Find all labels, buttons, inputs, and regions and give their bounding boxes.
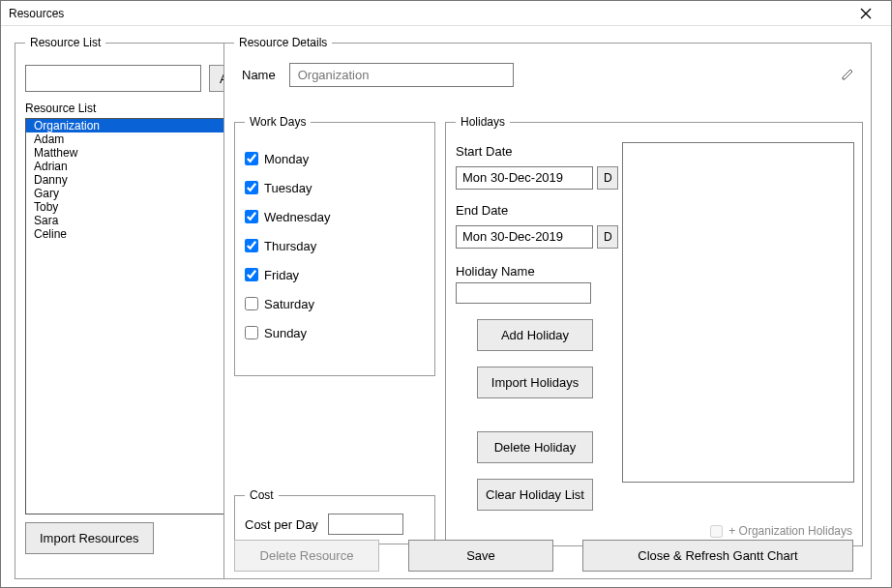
cost-per-day-label: Cost per Day xyxy=(245,517,318,532)
work-day-label: Monday xyxy=(264,152,309,166)
name-label: Name xyxy=(242,68,276,82)
work-day-row[interactable]: Friday xyxy=(245,260,425,289)
list-item[interactable]: Sara xyxy=(26,214,252,227)
holiday-name-label: Holiday Name xyxy=(456,264,618,279)
list-item[interactable]: Matthew xyxy=(26,146,252,160)
holiday-listbox[interactable] xyxy=(622,142,854,483)
work-day-label: Tuesday xyxy=(264,181,312,195)
list-item[interactable]: Gary xyxy=(26,187,252,200)
import-holidays-button[interactable]: Import Holidays xyxy=(477,367,593,398)
add-holiday-button[interactable]: Add Holiday xyxy=(477,319,593,351)
work-day-checkbox[interactable] xyxy=(245,181,258,194)
work-day-checkbox[interactable] xyxy=(245,297,258,310)
resource-details-group: Resource Details Name Work Days MondayTu… xyxy=(223,36,872,579)
window-title: Resources xyxy=(9,7,64,20)
delete-resource-button[interactable]: Delete Resource xyxy=(234,540,379,572)
work-day-checkbox[interactable] xyxy=(245,268,258,281)
close-refresh-button[interactable]: Close & Refresh Gantt Chart xyxy=(582,540,853,572)
holidays-legend: Holidays xyxy=(456,115,510,129)
work-day-row[interactable]: Monday xyxy=(245,144,425,173)
work-day-label: Saturday xyxy=(264,297,314,311)
end-date-picker-button[interactable]: D xyxy=(597,225,618,249)
work-day-row[interactable]: Saturday xyxy=(245,289,425,318)
end-date-label: End Date xyxy=(456,203,618,218)
import-resources-button[interactable]: Import Resources xyxy=(25,522,154,554)
work-day-label: Wednesday xyxy=(264,210,330,224)
resource-list-label: Resource List xyxy=(25,102,253,115)
holidays-group: Holidays Start Date Mon 30-Dec-2019 D En… xyxy=(445,115,863,546)
start-date-label: Start Date xyxy=(456,144,618,159)
work-day-row[interactable]: Tuesday xyxy=(245,173,425,202)
list-item[interactable]: Adam xyxy=(26,132,252,146)
titlebar: Resources xyxy=(1,1,891,26)
work-day-label: Sunday xyxy=(264,326,307,340)
save-button[interactable]: Save xyxy=(408,540,553,572)
resource-listbox[interactable]: OrganizationAdamMatthewAdrianDannyGaryTo… xyxy=(25,118,253,514)
list-item[interactable]: Adrian xyxy=(26,160,252,173)
work-days-group: Work Days MondayTuesdayWednesdayThursday… xyxy=(234,115,435,376)
work-day-row[interactable]: Wednesday xyxy=(245,202,425,231)
holiday-name-input[interactable] xyxy=(456,282,591,304)
name-field[interactable] xyxy=(289,63,514,87)
work-day-label: Thursday xyxy=(264,239,316,253)
start-date-field[interactable]: Mon 30-Dec-2019 xyxy=(456,166,593,190)
work-day-checkbox[interactable] xyxy=(245,210,258,223)
work-day-row[interactable]: Thursday xyxy=(245,231,425,260)
cost-legend: Cost xyxy=(245,488,279,502)
start-date-picker-button[interactable]: D xyxy=(597,166,618,190)
delete-holiday-button[interactable]: Delete Holiday xyxy=(477,431,593,463)
work-day-checkbox[interactable] xyxy=(245,326,258,339)
dialog-body: Resource List Add Resource List Organiza… xyxy=(1,26,891,587)
cost-per-day-input[interactable] xyxy=(328,514,403,535)
work-day-checkbox[interactable] xyxy=(245,152,258,165)
list-item[interactable]: Organization xyxy=(26,119,252,132)
work-day-label: Friday xyxy=(264,268,299,282)
pencil-icon[interactable] xyxy=(842,69,859,82)
list-item[interactable]: Celine xyxy=(26,227,252,241)
work-days-legend: Work Days xyxy=(245,115,311,129)
work-day-row[interactable]: Sunday xyxy=(245,318,425,347)
close-icon[interactable] xyxy=(847,2,885,25)
resource-details-legend: Resource Details xyxy=(234,36,332,49)
resources-dialog: Resources Resource List Add Resource Lis… xyxy=(0,0,892,588)
list-item[interactable]: Danny xyxy=(26,173,252,187)
end-date-field[interactable]: Mon 30-Dec-2019 xyxy=(456,225,593,249)
resource-list-legend: Resource List xyxy=(25,36,105,49)
work-day-checkbox[interactable] xyxy=(245,239,258,252)
resource-name-input[interactable] xyxy=(25,65,201,92)
list-item[interactable]: Toby xyxy=(26,200,252,214)
clear-holiday-list-button[interactable]: Clear Holiday List xyxy=(477,479,593,511)
